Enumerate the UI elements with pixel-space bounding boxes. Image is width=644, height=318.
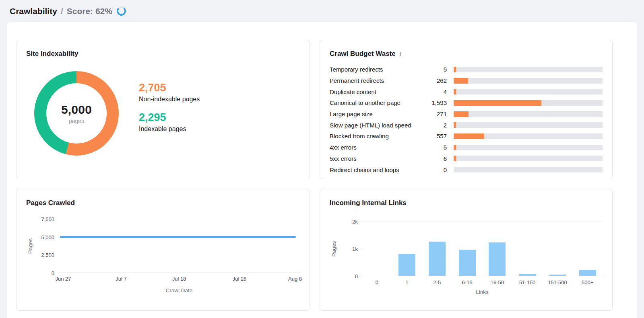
- issue-count: 1,593: [422, 99, 447, 106]
- y-axis-title: Pages: [26, 219, 34, 273]
- total-pages-unit: pages: [69, 118, 84, 124]
- issue-label: Slow page (HTML) load speed: [330, 122, 422, 129]
- links-bar: [579, 270, 596, 276]
- issue-bar-fill: [454, 145, 456, 150]
- crawl-budget-row: Duplicate content4: [330, 86, 603, 97]
- issue-label: Temporary redirects: [330, 66, 422, 73]
- pages-crawled-card: Pages Crawled Pages 7,5005,0002,5000 Jun…: [16, 189, 310, 311]
- issue-label: Canonical to another page: [330, 99, 422, 106]
- issue-bar-track: [454, 67, 603, 72]
- issue-bar-fill: [454, 78, 468, 84]
- issue-bar-track: [454, 122, 603, 128]
- issue-count: 557: [422, 133, 447, 140]
- issue-count: 0: [422, 166, 447, 173]
- links-bar: [398, 254, 415, 276]
- x-tick-label: 16-50: [482, 279, 512, 285]
- indexability-donut-chart: 5,000 pages: [34, 71, 119, 156]
- crawl-budget-row: Permanent redirects262: [330, 75, 603, 86]
- non-indexable-label: Non-indexable pages: [139, 96, 200, 103]
- crawl-budget-row: Large page size271: [330, 109, 603, 120]
- issue-count: 6: [422, 155, 447, 162]
- issue-bar-track: [454, 111, 603, 117]
- bar-slot: [392, 222, 422, 276]
- site-indexability-body: 5,000 pages 2,705 Non-indexable pages 2,…: [26, 71, 300, 156]
- issue-count: 2: [422, 122, 447, 129]
- issue-label: Permanent redirects: [330, 77, 422, 84]
- links-bar: [489, 242, 506, 276]
- incoming-internal-links-plot: [362, 222, 603, 276]
- crawl-budget-waste-card: Crawl Budget Waste i Temporary redirects…: [320, 40, 613, 179]
- issue-bar-fill: [454, 111, 469, 117]
- y-tick-label: 5,000: [41, 234, 54, 240]
- y-axis-ticks: 7,5005,0002,5000: [34, 219, 58, 273]
- issue-label: 4xx errors: [330, 144, 422, 151]
- issue-bar-track: [454, 78, 603, 84]
- crawl-budget-row: Slow page (HTML) load speed2: [330, 119, 603, 131]
- page-title: Crawlability: [10, 6, 57, 16]
- y-tick-label: 7,500: [41, 216, 54, 222]
- bar-slot: [422, 222, 452, 276]
- score-label: Score: 62%: [67, 6, 112, 16]
- bar-slot: [572, 222, 603, 276]
- x-tick-label: Aug 8: [288, 276, 302, 282]
- issue-bar-fill: [454, 67, 456, 72]
- x-axis-title: Crawl Date: [58, 287, 300, 293]
- links-bar: [459, 250, 476, 276]
- dashboard-grid: Site Indexability 5,000 pages 2,705 Non-…: [7, 22, 637, 311]
- crawl-budget-row: 5xx errors6: [330, 153, 603, 164]
- x-axis-line: [58, 273, 300, 273]
- x-tick-label: 2-5: [422, 279, 452, 285]
- issue-bar-fill: [454, 133, 484, 139]
- bar-series: [362, 222, 603, 276]
- pages-crawled-line-series: [60, 236, 296, 238]
- issue-label: Blocked from crawling: [330, 133, 422, 140]
- x-axis-line: [362, 276, 603, 276]
- crawl-budget-row: 4xx errors5: [330, 142, 603, 153]
- issue-count: 262: [422, 77, 447, 84]
- bar-slot: [452, 222, 482, 276]
- issue-bar-track: [454, 167, 603, 172]
- x-tick-label: 6-15: [452, 279, 482, 285]
- crawl-budget-waste-title: Crawl Budget Waste: [330, 50, 396, 58]
- pages-crawled-chart: Pages 7,5005,0002,5000 Jun 27Jul 7Jul 18…: [26, 219, 300, 293]
- bar-slot: [482, 222, 512, 276]
- x-tick-label: Jul 7: [116, 276, 126, 282]
- donut-center: 5,000 pages: [46, 83, 107, 144]
- crawl-budget-row: Temporary redirects5: [330, 64, 603, 75]
- x-axis-ticks: Jun 27Jul 7Jul 18Jul 28Aug 8: [58, 276, 300, 284]
- indexable-label: Indexable pages: [139, 125, 200, 133]
- site-indexability-title: Site Indexability: [26, 50, 300, 58]
- issue-count: 271: [422, 111, 447, 117]
- bar-slot: [362, 222, 392, 276]
- issue-count: 5: [422, 144, 447, 151]
- issue-bar-fill: [454, 156, 456, 161]
- score-progress-ring-icon: [117, 6, 126, 16]
- y-tick-label: 0: [52, 270, 54, 276]
- issue-label: Large page size: [330, 111, 422, 117]
- x-tick-label: 500+: [572, 279, 603, 285]
- crawl-budget-waste-list: Temporary redirects5Permanent redirects2…: [330, 64, 603, 175]
- crawl-budget-waste-header: Crawl Budget Waste i: [330, 50, 603, 58]
- issue-bar-track: [454, 133, 603, 139]
- total-pages-value: 5,000: [61, 103, 92, 117]
- info-icon[interactable]: i: [399, 51, 402, 57]
- issue-bar-fill: [454, 100, 541, 106]
- issue-label: Redirect chains and loops: [330, 166, 422, 173]
- indexability-legend: 2,705 Non-indexable pages 2,295 Indexabl…: [139, 82, 200, 133]
- page-header: Crawlability / Score: 62%: [0, 0, 644, 18]
- x-tick-label: 0: [362, 279, 392, 285]
- content-sheet: Site Indexability 5,000 pages 2,705 Non-…: [7, 22, 637, 318]
- y-axis-title: Pages: [330, 222, 338, 276]
- crawl-budget-row: Redirect chains and loops0: [330, 164, 603, 175]
- issue-bar-track: [454, 156, 603, 161]
- pages-crawled-title: Pages Crawled: [26, 199, 300, 207]
- y-tick-label: 2,500: [41, 252, 54, 258]
- x-tick-label: Jul 28: [233, 276, 247, 282]
- issue-bar-track: [454, 100, 603, 106]
- x-tick-label: 1: [392, 279, 422, 285]
- site-indexability-card: Site Indexability 5,000 pages 2,705 Non-…: [16, 40, 310, 179]
- issue-count: 5: [422, 66, 447, 73]
- incoming-internal-links-title: Incoming Internal Links: [330, 199, 603, 207]
- crawl-budget-row: Blocked from crawling557: [330, 131, 603, 142]
- indexable-value: 2,295: [139, 112, 200, 123]
